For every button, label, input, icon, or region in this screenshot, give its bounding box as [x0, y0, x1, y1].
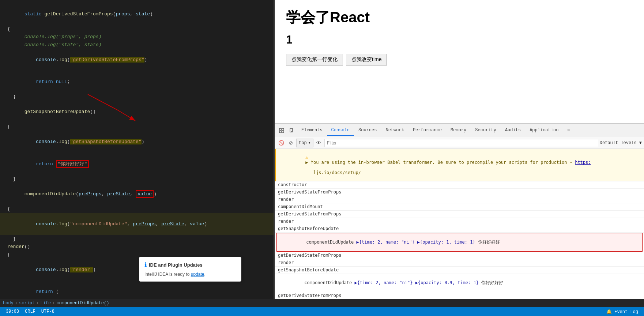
tab-more[interactable]: » — [563, 125, 574, 136]
svg-rect-2 — [282, 128, 284, 130]
ide-popup: ℹ IDE and Plugin Updates IntelliJ IDEA i… — [139, 257, 241, 282]
preview-buttons: 点我变化第一行变化 点我改变time — [286, 54, 633, 65]
context-selector[interactable]: top ▾ — [296, 139, 313, 147]
breadcrumb-item-life[interactable]: Life — [40, 301, 51, 306]
preview-title: 学会了React — [286, 7, 633, 27]
tab-audits[interactable]: Audits — [501, 125, 525, 136]
tab-network[interactable]: Network — [381, 125, 408, 136]
svg-rect-4 — [282, 131, 284, 133]
console-line-snapshot2: getSnapshotBeforeUpdate — [275, 267, 644, 274]
console-obj-3: ▶{time: 2, name: "ni"} — [355, 280, 413, 285]
console-line-didmount: componentDidMount — [275, 203, 644, 211]
default-levels-label: Default levels ▼ — [600, 140, 642, 146]
code-line: } — [0, 93, 274, 101]
svg-rect-1 — [279, 128, 281, 130]
ide-popup-suffix: . — [204, 272, 205, 277]
code-line: static getDerivedStateFromProps(props, s… — [0, 3, 274, 25]
warn-icon: ⚠ — [305, 155, 310, 160]
code-line: componentDidUpdate(preProps, preState, v… — [0, 183, 274, 205]
tab-sources[interactable]: Sources — [354, 125, 381, 136]
console-line-getderived2: getDerivedStateFromProps — [275, 211, 644, 218]
warn-text-2: ljs.io/docs/setup/ — [305, 170, 361, 175]
console-line-snapshot1: getSnapshotBeforeUpdate — [275, 225, 644, 233]
tab-elements[interactable]: Elements — [297, 125, 327, 136]
code-editor[interactable]: static getDerivedStateFromProps(props, s… — [0, 0, 274, 299]
console-line-getderived3: getDerivedStateFromProps — [275, 252, 644, 259]
ide-popup-title: ℹ IDE and Plugin Updates — [144, 261, 236, 270]
ide-popup-title-text: IDE and Plugin Updates — [149, 262, 203, 269]
code-line: return "你好好好好" — [0, 153, 274, 175]
preview-number: 1 — [286, 33, 633, 46]
console-line-render2: render — [275, 218, 644, 225]
status-charset: UTF-8 — [41, 309, 54, 314]
tab-memory[interactable]: Memory — [446, 125, 471, 136]
status-position: 39:63 — [6, 309, 19, 314]
devtools-panel: Elements Console Sources Network Perform… — [275, 124, 644, 299]
eye-btn[interactable]: 👁 — [315, 139, 323, 147]
code-line: console.log("getDerivedStateFromProps") — [0, 49, 274, 71]
code-line: render() — [0, 243, 274, 251]
console-line-didupdate1: componentDidUpdate ▶{time: 2, name: "ni"… — [276, 233, 643, 252]
code-line: console.log("props", props) — [0, 33, 274, 41]
info-icon: ℹ — [144, 261, 147, 270]
tab-application[interactable]: Application — [525, 125, 563, 136]
tab-security[interactable]: Security — [471, 125, 501, 136]
code-line: getSnapshotBeforeUpdate() — [0, 101, 274, 123]
device-toggle-btn[interactable] — [287, 125, 297, 136]
console-obj-4: ▶{opacity: 0.9, time: 1} — [415, 280, 479, 285]
default-levels-dropdown[interactable]: Default levels ▼ — [600, 140, 642, 146]
ide-popup-body: IntelliJ IDEA is ready to update. — [144, 271, 236, 278]
code-line: return null; — [0, 71, 274, 93]
preview-btn-1[interactable]: 点我变化第一行变化 — [286, 54, 343, 65]
preview-btn-2[interactable]: 点我改变time — [346, 54, 387, 65]
devtools-tabs: Elements Console Sources Network Perform… — [275, 124, 644, 137]
inspect-element-btn[interactable] — [276, 125, 287, 136]
status-bar: 39:63 CRLF UTF-8 🔔 Event Log — [0, 307, 644, 316]
breadcrumb: body › script › Life › componentDidUpdat… — [0, 299, 644, 307]
browser-preview: 学会了React 1 点我变化第一行变化 点我改变time — [275, 0, 644, 124]
tab-console[interactable]: Console — [327, 125, 354, 136]
breadcrumb-item-method[interactable]: componentDidUpdate() — [56, 301, 109, 306]
console-obj-2: ▶{opacity: 1, time: 1} — [417, 240, 475, 245]
settings-btn[interactable]: ⊘ — [287, 139, 295, 147]
code-line: console.log("state", state) — [0, 41, 274, 49]
console-line-render1: render — [275, 196, 644, 203]
ide-popup-body-text: IntelliJ IDEA is ready to — [144, 272, 189, 277]
context-label: top — [299, 140, 307, 146]
code-line: console.log("componentDidUpdate", prePro… — [0, 213, 274, 235]
console-line-constructor: constructor — [275, 181, 644, 189]
code-line: console.log("getSnapshotBeforeUpdate") — [0, 131, 274, 153]
babel-link[interactable]: https: — [575, 160, 591, 165]
svg-rect-3 — [279, 131, 281, 133]
code-line: } — [0, 175, 274, 183]
code-line: { — [0, 205, 274, 213]
breadcrumb-item-script[interactable]: script — [19, 301, 35, 306]
console-line-getderived4: getDerivedStateFromProps — [275, 292, 644, 299]
status-event-log[interactable]: 🔔 Event Log — [606, 309, 638, 315]
console-obj-1: ▶{time: 2, name: "ni"} — [357, 240, 415, 245]
tab-performance[interactable]: Performance — [408, 125, 446, 136]
warn-text: ▶ You are using the in-browser Babel tra… — [305, 160, 591, 165]
code-line: { — [0, 25, 274, 33]
console-line-didupdate2: componentDidUpdate ▶{time: 2, name: "ni"… — [275, 274, 644, 292]
code-line: } — [0, 235, 274, 243]
console-filter-input[interactable] — [324, 139, 598, 147]
console-line-render3: render — [275, 259, 644, 267]
status-encoding: CRLF — [25, 309, 35, 314]
ide-popup-link[interactable]: update — [191, 272, 204, 277]
console-line-getderived1: getDerivedStateFromProps — [275, 189, 644, 196]
console-warning: ⚠ ▶ You are using the in-browser Babel t… — [275, 149, 644, 181]
console-output[interactable]: ⚠ ▶ You are using the in-browser Babel t… — [275, 149, 644, 299]
clear-console-btn[interactable]: 🚫 — [277, 139, 285, 147]
console-toolbar: 🚫 ⊘ top ▾ 👁 Default levels ▼ — [275, 137, 644, 149]
breadcrumb-item-body[interactable]: body — [3, 301, 14, 306]
code-line: return ( — [0, 281, 274, 300]
code-line: { — [0, 123, 274, 131]
context-dropdown-icon: ▾ — [308, 140, 311, 146]
